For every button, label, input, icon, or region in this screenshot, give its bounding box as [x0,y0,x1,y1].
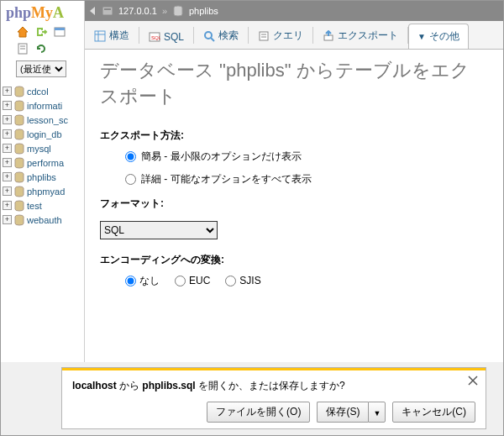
enc-none-label[interactable]: なし [139,274,160,288]
db-item[interactable]: +performa [3,155,82,170]
db-item[interactable]: +lesson_sc [3,113,82,127]
database-icon [13,171,25,183]
format-label: フォーマット: [100,197,488,211]
svg-rect-16 [104,8,111,10]
server-link[interactable]: 127.0.0.1 [118,6,157,16]
db-item[interactable]: +phpmyad [3,184,82,198]
method-quick-radio[interactable] [125,151,136,162]
expand-icon[interactable]: + [3,144,12,153]
expand-icon[interactable]: + [3,129,12,139]
tab-sql[interactable]: SQLSQL [139,25,193,49]
docs-icon[interactable] [16,42,29,55]
enc-none-radio[interactable] [125,276,136,286]
db-label[interactable]: cdcol [27,87,49,97]
db-label[interactable]: test [27,201,42,211]
db-label[interactable]: phpmyad [27,186,65,197]
export-icon [323,30,334,42]
save-button[interactable]: 保存(S) [317,402,368,423]
db-label[interactable]: informati [27,101,62,111]
database-icon [13,100,25,112]
svg-rect-18 [95,31,105,41]
method-custom-option[interactable]: 詳細 - 可能なオプションをすべて表示 [125,172,488,186]
dialog-buttons: ファイルを開く(O) 保存(S) ▼ キャンセル(C) [72,402,475,423]
top-row: phpMyA (最近使 +cdcol +informati +lesson_sc… [1,1,503,362]
db-label[interactable]: phplibs [27,172,56,182]
collapse-icon[interactable] [90,7,97,15]
db-item[interactable]: +phplibs [3,170,82,184]
db-item[interactable]: +mysql [3,141,82,155]
expand-icon[interactable]: + [3,115,12,124]
dropdown-caret-icon: ▼ [417,32,426,41]
method-custom-label[interactable]: 詳細 - 可能なオプションをすべて表示 [141,172,312,186]
expand-icon[interactable]: + [3,87,12,96]
method-quick-option[interactable]: 簡易 - 最小限のオプションだけ表示 [125,150,488,164]
database-icon [172,5,184,17]
svg-rect-1 [55,28,65,30]
db-label[interactable]: webauth [27,215,62,225]
db-label[interactable]: login_db [27,129,62,139]
enc-sjis-radio[interactable] [225,276,236,286]
dialog-area: localhost から phplibs.sql を開くか、または保存しますか?… [1,362,503,435]
svg-text:SQL: SQL [151,35,160,40]
enc-euc-option[interactable]: EUC [175,274,210,288]
tab-structure[interactable]: 構造 [85,23,139,49]
sql-icon: SQL [149,31,160,43]
tab-search[interactable]: 検索 [194,23,248,49]
svg-point-23 [205,32,212,39]
server-icon [102,5,113,17]
db-item[interactable]: +cdcol [3,84,82,98]
open-file-button[interactable]: ファイルを開く(O) [207,402,310,423]
db-label[interactable]: mysql [27,144,51,154]
expand-icon[interactable]: + [3,172,12,181]
tab-export[interactable]: エクスポート [313,23,407,49]
svg-line-24 [211,38,214,41]
enc-euc-radio[interactable] [175,276,186,286]
database-icon [13,157,25,169]
enc-sjis-option[interactable]: SJIS [225,274,260,288]
expand-icon[interactable]: + [3,101,12,110]
db-item[interactable]: +webauth [3,213,82,227]
tab-label: その他 [429,29,459,44]
expand-icon[interactable]: + [3,158,12,167]
dialog-text-1: から [117,380,143,391]
format-select[interactable]: SQL [100,221,218,239]
tab-query[interactable]: クエリ [249,23,312,49]
reload-icon[interactable] [34,42,48,55]
svg-rect-25 [260,32,268,40]
encoding-label: エンコーディングへの変換: [100,253,488,267]
db-label[interactable]: lesson_sc [27,115,68,125]
db-item[interactable]: +login_db [3,127,82,141]
db-label[interactable]: performa [27,158,64,168]
database-icon [13,214,25,226]
enc-none-option[interactable]: なし [125,274,160,288]
tab-more[interactable]: ▼その他 [408,24,469,50]
enc-euc-label[interactable]: EUC [189,275,210,286]
query-window-icon[interactable] [53,25,66,39]
tabs: 構造 SQLSQL 検索 クエリ エクスポート ▼その他 [85,21,503,50]
structure-icon [94,30,106,42]
expand-icon[interactable]: + [3,215,12,224]
expand-icon[interactable]: + [3,201,12,210]
home-icon[interactable] [16,25,29,39]
expand-icon[interactable]: + [3,186,12,196]
content: データベース "phplibs" からテーブルをエクスポート エクスポート方法:… [85,50,503,362]
db-item[interactable]: +test [3,198,82,213]
logo-a: A [53,4,64,21]
cancel-button[interactable]: キャンセル(C) [392,402,475,423]
svg-rect-15 [102,7,113,15]
close-icon[interactable] [467,375,479,386]
database-link[interactable]: phplibs [189,6,218,16]
dialog-body: localhost から phplibs.sql を開くか、または保存しますか?… [62,370,486,429]
logout-icon[interactable] [34,25,48,39]
method-custom-radio[interactable] [125,174,136,185]
tab-label: クエリ [273,29,303,43]
save-dropdown-button[interactable]: ▼ [368,402,386,423]
db-item[interactable]: +informati [3,98,82,113]
tab-label: 検索 [218,29,239,43]
chevron-down-icon: ▼ [373,409,381,418]
recent-select[interactable]: (最近使 [16,60,66,77]
method-quick-label[interactable]: 簡易 - 最小限のオプションだけ表示 [141,150,302,164]
dialog-host: localhost [72,380,117,391]
enc-sjis-label[interactable]: SJIS [239,275,260,286]
database-icon [13,186,25,197]
